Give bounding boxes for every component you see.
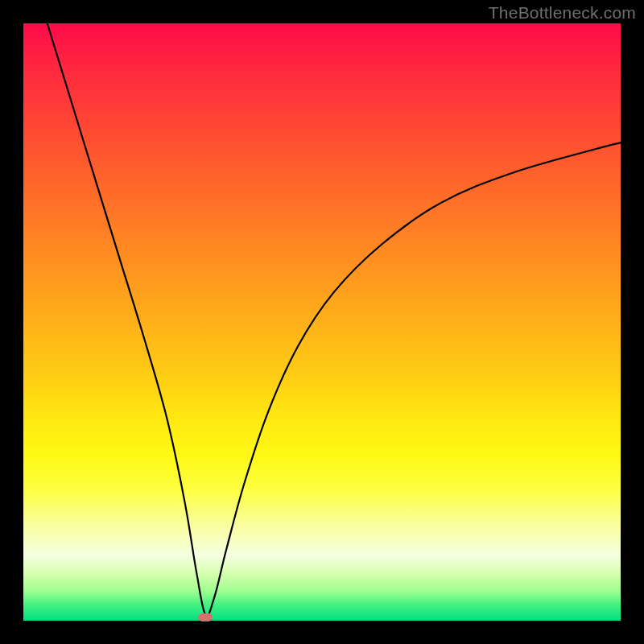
bottleneck-curve — [47, 23, 621, 616]
chart-frame: TheBottleneck.com — [0, 0, 644, 644]
plot-area — [23, 23, 621, 621]
watermark-text: TheBottleneck.com — [489, 3, 636, 23]
optimum-marker — [198, 613, 213, 621]
curve-layer — [23, 23, 621, 621]
